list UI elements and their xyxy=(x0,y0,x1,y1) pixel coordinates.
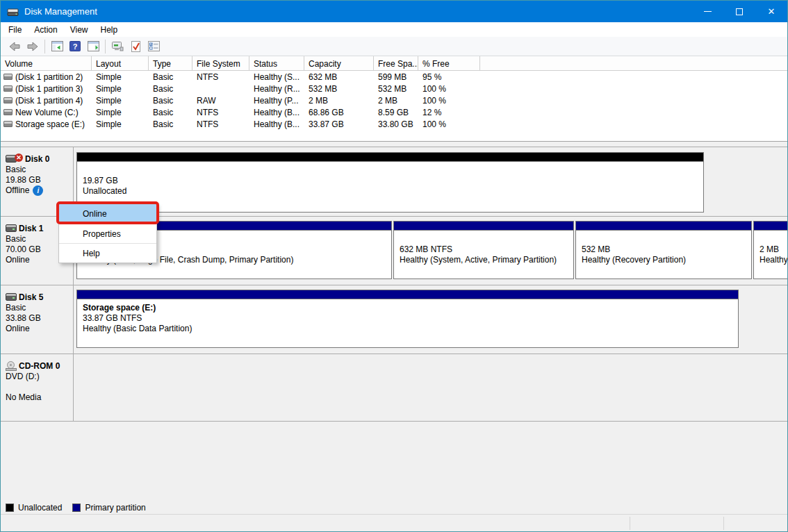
file-system-cell: RAW xyxy=(192,96,249,106)
column-header-percent-free[interactable]: % Free xyxy=(418,56,480,70)
column-header-status[interactable]: Status xyxy=(249,56,304,70)
partition-status: Healthy (Recovery Partition) xyxy=(582,255,751,265)
disk-type: Basic xyxy=(6,165,73,175)
cdrom-0-partition-area xyxy=(74,354,787,421)
validate-button[interactable] xyxy=(126,38,145,55)
volume-cell: (Disk 1 partition 2) xyxy=(1,72,92,82)
maximize-button[interactable] xyxy=(723,1,755,22)
column-header-filler xyxy=(480,56,787,70)
disk-1-partition-area: Healthy (Boot, Page File, Crash Dump, Pr… xyxy=(74,217,787,285)
type-cell: Basic xyxy=(149,96,192,106)
free-space-cell: 8.59 GB xyxy=(374,108,418,117)
partition-status: Healthy (Basic Data Partition) xyxy=(83,324,738,334)
layout-cell: Simple xyxy=(92,119,149,129)
close-button[interactable]: ✕ xyxy=(755,1,787,22)
primary-partition-band xyxy=(754,222,787,231)
table-row[interactable]: New Volume (C:) Simple Basic NTFS Health… xyxy=(1,106,787,118)
partition-size: 33.87 GB NTFS xyxy=(83,313,738,324)
column-header-layout[interactable]: Layout xyxy=(92,56,149,70)
free-space-cell: 33.80 GB xyxy=(374,119,418,129)
system-partition[interactable]: 632 MB NTFS Healthy (System, Active, Pri… xyxy=(393,221,574,279)
table-row[interactable]: (Disk 1 partition 4) Simple Basic RAW He… xyxy=(1,94,787,106)
menu-help[interactable]: Help xyxy=(95,22,124,37)
action-pane-icon xyxy=(88,41,99,51)
primary-partition-color-swatch xyxy=(72,504,81,512)
menu-action[interactable]: Action xyxy=(28,22,63,37)
disk-status: Offline xyxy=(6,185,29,196)
console-tree-button[interactable] xyxy=(48,38,66,55)
capacity-cell: 632 MB xyxy=(304,72,374,82)
column-header-volume[interactable]: Volume xyxy=(1,56,92,70)
unallocated-band xyxy=(77,153,703,162)
menu-view[interactable]: View xyxy=(64,22,95,37)
table-row[interactable]: (Disk 1 partition 2) Simple Basic NTFS H… xyxy=(1,71,787,83)
cdrom-0-label[interactable]: CD-ROM 0 DVD (D:) No Media xyxy=(1,354,74,421)
minimize-button[interactable] xyxy=(691,1,723,22)
capacity-cell: 532 MB xyxy=(304,84,374,94)
back-button[interactable] xyxy=(6,38,24,55)
table-row[interactable]: Storage space (E:) Simple Basic NTFS Hea… xyxy=(1,118,787,130)
check-document-icon xyxy=(131,41,141,52)
type-cell: Basic xyxy=(149,84,192,94)
unallocated-color-swatch xyxy=(6,504,14,512)
table-row[interactable]: (Disk 1 partition 3) Simple Basic Health… xyxy=(1,83,787,94)
partition-size: 19.87 GB xyxy=(83,176,703,186)
help-button[interactable]: ? xyxy=(66,38,84,55)
minimize-icon xyxy=(704,11,712,12)
recovery-partition[interactable]: 532 MB Healthy (Recovery Partition) xyxy=(575,221,752,279)
toolbar: ? xyxy=(1,37,787,56)
file-system-cell: NTFS xyxy=(192,108,249,117)
column-header-type[interactable]: Type xyxy=(149,56,192,70)
console-tree-icon xyxy=(51,41,63,51)
disk-name: Disk 1 xyxy=(19,224,43,233)
help-icon: ? xyxy=(69,41,81,51)
column-header-capacity[interactable]: Capacity xyxy=(304,56,374,70)
context-menu-item-help[interactable]: Help xyxy=(59,243,156,263)
titlebar: Disk Management ✕ xyxy=(1,1,787,22)
maximize-icon xyxy=(736,8,743,15)
unallocated-partition[interactable]: 19.87 GB Unallocated xyxy=(76,152,704,213)
partition-size: 632 MB NTFS xyxy=(400,244,573,255)
cdrom-0-row: CD-ROM 0 DVD (D:) No Media xyxy=(1,354,787,422)
forward-button[interactable] xyxy=(24,38,42,55)
disk-context-menu: Online Properties Help xyxy=(58,203,157,263)
disk-name: Disk 5 xyxy=(19,292,43,302)
disk-size: 19.88 GB xyxy=(6,175,73,185)
cdrom-icon xyxy=(6,361,17,371)
volume-cell: (Disk 1 partition 3) xyxy=(1,84,92,94)
percent-free-cell: 100 % xyxy=(418,84,480,94)
action-pane-button[interactable] xyxy=(84,38,102,55)
disk-size: 33.88 GB xyxy=(6,313,73,324)
disk-management-window: Disk Management ✕ File Action View Help xyxy=(0,0,788,532)
context-menu-item-properties[interactable]: Properties xyxy=(59,224,156,243)
percent-free-cell: 100 % xyxy=(418,96,480,106)
small-partition[interactable]: 2 MB Healthy ( xyxy=(753,221,787,279)
status-cell: Healthy (S... xyxy=(249,72,304,82)
free-space-cell: 599 MB xyxy=(374,72,418,82)
primary-partition-band xyxy=(576,222,751,231)
file-system-cell: NTFS xyxy=(192,72,249,82)
disk-0-partition-area: 19.87 GB Unallocated xyxy=(74,147,787,216)
volume-cell: Storage space (E:) xyxy=(1,119,92,129)
statusbar-separator xyxy=(723,517,724,530)
context-menu-item-online[interactable]: Online xyxy=(59,204,156,224)
partition-size: 532 MB xyxy=(582,244,751,255)
back-arrow-icon xyxy=(8,41,21,52)
legend-unallocated: Unallocated xyxy=(6,503,62,513)
column-header-free-space[interactable]: Free Spa... xyxy=(374,56,418,70)
checklist-button[interactable] xyxy=(145,38,163,55)
volume-icon xyxy=(3,85,13,92)
volume-icon xyxy=(3,121,13,127)
disk-5-label[interactable]: Disk 5 Basic 33.88 GB Online xyxy=(1,285,74,354)
primary-partition-band xyxy=(394,222,573,231)
menu-file[interactable]: File xyxy=(2,22,28,37)
partition-status: Healthy (System, Active, Primary Partiti… xyxy=(400,255,573,265)
storage-space-partition[interactable]: Storage space (E:) 33.87 GB NTFS Healthy… xyxy=(76,290,739,348)
properties-view-button[interactable] xyxy=(108,38,126,55)
disk-status: Online xyxy=(6,324,73,334)
partition-status: Healthy ( xyxy=(760,255,787,265)
menubar: File Action View Help xyxy=(1,22,787,37)
column-header-file-system[interactable]: File System xyxy=(192,56,249,70)
type-cell: Basic xyxy=(149,72,192,82)
status-cell: Healthy (P... xyxy=(249,96,304,106)
